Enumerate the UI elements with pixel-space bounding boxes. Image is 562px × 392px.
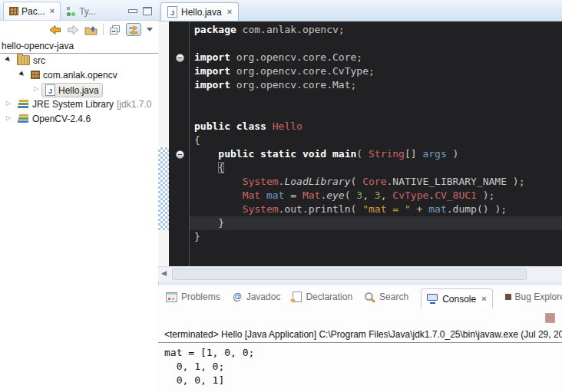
tree-item-label: OpenCV-2.4.6 xyxy=(32,114,91,124)
forward-icon xyxy=(67,25,79,35)
editor-tabbar: Hello.java × xyxy=(158,0,562,21)
editor-vertical-ruler xyxy=(158,21,169,266)
library-icon xyxy=(17,114,29,124)
collapse-arrow-icon[interactable]: ▶ xyxy=(3,54,13,64)
code-line xyxy=(194,37,562,51)
console-output-line: 0, 1, 0; xyxy=(164,360,562,374)
code-line xyxy=(194,92,562,106)
fold-collapse-icon[interactable] xyxy=(176,150,184,159)
minimize-icon[interactable] xyxy=(128,9,137,13)
toolbar-separator xyxy=(103,24,104,35)
java-file-icon xyxy=(45,84,55,96)
view-tabbar: Pac... × Ty... xyxy=(0,0,158,21)
forward-button[interactable] xyxy=(67,25,79,35)
fold-collapse-icon[interactable] xyxy=(176,54,184,62)
maximize-icon[interactable] xyxy=(143,7,152,15)
package-explorer-view: Pac... × Ty... hello-opencv-java ▶src▶co… xyxy=(0,0,159,392)
tree-item-content: JRE System Library [jdk1.7.0 xyxy=(14,97,154,110)
console-output-line: mat = [1, 0, 0; xyxy=(164,346,562,360)
back-button[interactable] xyxy=(49,25,61,35)
editor-area: Hello.java × package com.anlak.opencv;im… xyxy=(158,0,562,281)
library-icon xyxy=(17,99,29,109)
tree-item-opencv-2-4-6[interactable]: ▷OpenCV-2.4.6 xyxy=(0,112,158,127)
tab-type-hierarchy[interactable]: Ty... xyxy=(61,3,101,20)
tree-item-content: com.anlak.opencv xyxy=(28,68,121,81)
code-line: import org.opencv.core.Core; xyxy=(194,51,562,64)
package-icon xyxy=(31,71,40,79)
tab-label: Ty... xyxy=(79,6,96,17)
tab-label: Console xyxy=(442,294,476,305)
problems-icon xyxy=(166,292,177,302)
collapse-all-button[interactable] xyxy=(109,25,121,35)
tree-item-hello-java[interactable]: ▷Hello.java xyxy=(0,83,158,97)
editor-tab-hello-java[interactable]: Hello.java × xyxy=(160,2,239,21)
link-with-editor-button[interactable] xyxy=(126,23,141,36)
tab-declaration[interactable]: Declaration xyxy=(293,292,352,302)
back-icon xyxy=(49,25,61,35)
declaration-icon xyxy=(293,292,302,302)
tab-package-explorer[interactable]: Pac... × xyxy=(3,2,61,20)
editor-folding-gutter xyxy=(169,21,190,266)
code-line: import org.opencv.core.CvType; xyxy=(194,64,562,78)
code-line: Mat mat = Mat.eye( 3, 3, CvType.CV_8UC1 … xyxy=(194,189,562,203)
code-line-current: } xyxy=(190,216,562,230)
tab-label: Pac... xyxy=(21,6,45,17)
close-icon[interactable]: × xyxy=(226,8,232,16)
up-folder-icon xyxy=(84,25,98,35)
tree-item-label: JRE System Library xyxy=(32,99,114,110)
up-button[interactable] xyxy=(84,25,98,35)
code-text[interactable]: package com.anlak.opencv;import org.open… xyxy=(190,21,562,266)
view-window-buttons xyxy=(128,7,158,20)
link-with-editor-icon xyxy=(128,25,139,35)
tree-item-content: OpenCV-2.4.6 xyxy=(14,112,94,125)
package-explorer-icon xyxy=(9,7,18,15)
tree-item-com-anlak-opencv[interactable]: ▶com.anlak.opencv xyxy=(0,68,158,83)
code-line: { xyxy=(194,161,562,175)
tab-search[interactable]: Search xyxy=(365,292,408,302)
view-menu-button[interactable] xyxy=(147,28,153,31)
console-icon xyxy=(427,294,438,304)
expand-arrow-icon[interactable]: ▷ xyxy=(5,114,12,121)
tree-item-src[interactable]: ▶src xyxy=(0,54,158,68)
terminate-icon[interactable] xyxy=(545,313,555,323)
range-indicator xyxy=(158,147,169,230)
project-label[interactable]: hello-opencv-java xyxy=(0,38,158,54)
tab-bug-explorer[interactable]: Bug Explorer xyxy=(505,292,562,302)
tab-console[interactable]: Console× xyxy=(421,288,492,309)
code-line: } xyxy=(194,230,562,244)
editor-tab-label: Hello.java xyxy=(181,7,222,18)
view-menu-icon xyxy=(147,28,153,31)
collapse-arrow-icon[interactable]: ▶ xyxy=(17,69,27,79)
console-status: <terminated> Hello [Java Application] C:… xyxy=(158,328,562,343)
code-line: System.out.println( "mat = " + mat.dump(… xyxy=(194,203,562,216)
code-editor[interactable]: package com.anlak.opencv;import org.open… xyxy=(158,21,562,266)
expand-arrow-icon[interactable]: ▷ xyxy=(5,100,12,107)
scrollbar-thumb[interactable] xyxy=(172,268,527,280)
tree-item-content: Hello.java xyxy=(41,83,103,97)
close-icon[interactable]: × xyxy=(480,295,486,303)
expand-arrow-icon[interactable]: ▷ xyxy=(32,85,40,92)
tab-problems[interactable]: Problems xyxy=(166,292,220,302)
scroll-left-icon[interactable]: ◀ xyxy=(161,269,167,277)
bug-icon xyxy=(505,294,511,300)
code-line xyxy=(194,106,562,120)
collapse-all-icon xyxy=(109,25,121,35)
package-explorer-tree: ▶src▶com.anlak.opencv▷Hello.java▷JRE Sys… xyxy=(0,54,158,127)
tab-javadoc[interactable]: Javadoc xyxy=(233,292,281,302)
tab-label: Javadoc xyxy=(246,292,281,302)
close-icon[interactable]: × xyxy=(48,7,55,15)
code-line: public static void main( String[] args ) xyxy=(194,147,562,161)
tree-item-jre-system-library[interactable]: ▷JRE System Library [jdk1.7.0 xyxy=(0,97,158,112)
tree-item-content: src xyxy=(14,54,48,67)
code-line: public class Hello xyxy=(194,120,562,133)
editor-horizontal-scrollbar[interactable]: ◀ xyxy=(158,266,562,282)
tab-label: Declaration xyxy=(306,292,352,302)
java-file-icon xyxy=(167,6,177,18)
bottom-tabbar: ProblemsJavadocDeclarationSearchConsole×… xyxy=(158,285,562,308)
tab-label: Search xyxy=(379,292,408,302)
tree-item-label: com.anlak.opencv xyxy=(43,70,117,81)
package-folder-icon xyxy=(17,55,30,65)
tab-label: Bug Explorer xyxy=(515,292,562,302)
console-output-line: 0, 0, 1] xyxy=(164,374,562,387)
console-output[interactable]: mat = [1, 0, 0; 0, 1, 0; 0, 0, 1] xyxy=(158,343,562,387)
